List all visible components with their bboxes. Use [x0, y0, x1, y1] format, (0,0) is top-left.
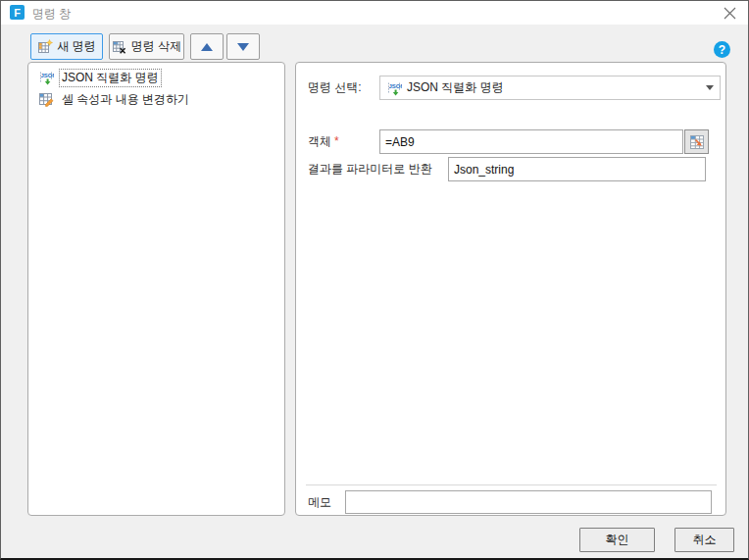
list-item-label: 셀 속성과 내용 변경하기	[59, 90, 192, 109]
command-select-value: JSON 직렬화 명령	[407, 79, 504, 96]
object-label: 객체*	[308, 129, 339, 154]
memo-separator	[306, 484, 717, 485]
delete-command-icon	[112, 39, 127, 55]
command-select-label: 명령 선택:	[308, 76, 362, 100]
required-marker: *	[334, 134, 339, 148]
cell-picker-button[interactable]	[684, 129, 709, 154]
list-item-json-serialize[interactable]: JSON JSON 직렬화 명령	[29, 67, 283, 88]
svg-text:JSON: JSON	[41, 73, 55, 78]
object-input[interactable]	[379, 129, 683, 154]
new-command-label: 새 명령	[57, 38, 95, 55]
chevron-down-icon	[706, 85, 714, 90]
result-param-label: 결과를 파라미터로 반환	[308, 157, 432, 181]
result-param-input[interactable]	[448, 157, 706, 181]
cell-picker-icon	[689, 134, 705, 150]
json-serialize-icon: JSON	[38, 70, 54, 85]
window-title: 명령 창	[32, 6, 71, 23]
ok-button[interactable]: 확인	[579, 528, 655, 552]
move-up-button[interactable]	[190, 33, 224, 60]
command-select-dropdown[interactable]: JSON JSON 직렬화 명령	[379, 76, 721, 100]
command-window-dialog: F 명령 창 새 명령 명령 삭제	[0, 0, 749, 560]
new-command-icon	[37, 39, 53, 55]
svg-text:JSON: JSON	[389, 83, 403, 89]
finereport-logo-icon: F	[10, 5, 25, 20]
arrow-down-icon	[237, 43, 249, 51]
cell-edit-icon	[38, 91, 54, 107]
delete-command-label: 명령 삭제	[131, 38, 181, 55]
delete-command-button[interactable]: 명령 삭제	[109, 33, 184, 60]
command-list-panel: JSON JSON 직렬화 명령 셀 속성과 내용 변경하기	[27, 62, 285, 516]
close-icon[interactable]	[721, 4, 738, 22]
list-item-cell-edit[interactable]: 셀 속성과 내용 변경하기	[29, 88, 283, 110]
json-serialize-icon: JSON	[386, 80, 402, 96]
new-command-button[interactable]: 새 명령	[30, 33, 103, 60]
move-down-button[interactable]	[226, 33, 260, 60]
arrow-up-icon	[201, 43, 213, 51]
titlebar: F 명령 창	[1, 1, 748, 25]
list-item-label: JSON 직렬화 명령	[59, 69, 162, 87]
memo-label: 메모	[308, 490, 331, 514]
command-detail-panel: 명령 선택: JSON JSON 직렬화 명령 객체*	[295, 62, 726, 516]
help-icon[interactable]: ?	[714, 41, 730, 58]
memo-input[interactable]	[345, 490, 712, 514]
cancel-button[interactable]: 취소	[674, 528, 734, 552]
